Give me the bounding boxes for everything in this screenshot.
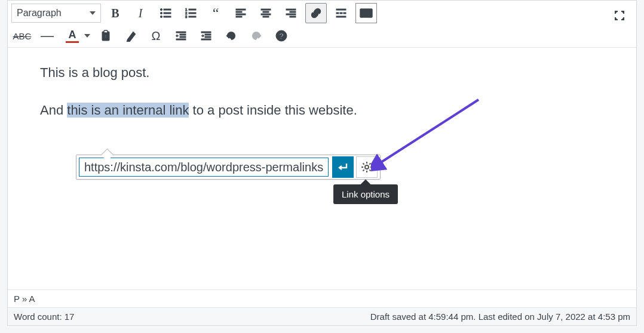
- svg-rect-17: [263, 11, 269, 13]
- element-path[interactable]: P » A: [8, 289, 636, 307]
- svg-rect-20: [286, 9, 296, 10]
- svg-text:?: ?: [279, 32, 284, 41]
- svg-rect-39: [180, 34, 186, 35]
- redo-button[interactable]: [246, 26, 267, 46]
- hr-button[interactable]: —: [36, 26, 58, 46]
- paragraph-1: This is a blog post.: [40, 62, 604, 83]
- svg-rect-28: [336, 16, 346, 17]
- numbered-list-button[interactable]: 123: [180, 3, 201, 23]
- svg-rect-13: [236, 11, 242, 13]
- svg-rect-25: [336, 13, 339, 14]
- text-color-dropdown[interactable]: [83, 34, 91, 38]
- svg-line-56: [369, 164, 370, 165]
- svg-rect-3: [164, 13, 171, 14]
- svg-rect-42: [201, 32, 211, 33]
- svg-rect-16: [261, 9, 271, 10]
- svg-rect-29: [360, 9, 372, 17]
- editor-toolbar: Paragraph B I 123 “: [8, 1, 636, 48]
- svg-rect-21: [290, 11, 296, 13]
- svg-rect-36: [104, 30, 108, 33]
- keyboard-button[interactable]: [355, 3, 377, 23]
- svg-line-54: [369, 169, 370, 171]
- svg-rect-11: [189, 16, 196, 17]
- selected-link-text[interactable]: this is an internal link: [67, 103, 189, 118]
- read-more-button[interactable]: [330, 3, 352, 23]
- link-options-tooltip: Link options: [333, 184, 398, 204]
- svg-rect-7: [189, 9, 196, 10]
- svg-rect-40: [180, 36, 186, 38]
- italic-button[interactable]: I: [130, 3, 151, 23]
- outdent-button[interactable]: [170, 26, 192, 46]
- svg-text:T: T: [104, 33, 108, 39]
- svg-rect-1: [164, 9, 171, 10]
- svg-rect-45: [201, 39, 211, 40]
- svg-text:3: 3: [185, 15, 188, 18]
- svg-rect-5: [164, 16, 171, 17]
- svg-rect-12: [236, 9, 246, 10]
- link-settings-button[interactable]: [356, 156, 378, 178]
- align-center-button[interactable]: [255, 3, 277, 23]
- apply-link-button[interactable]: [332, 156, 354, 178]
- blockquote-button[interactable]: “: [205, 3, 226, 23]
- svg-rect-22: [286, 14, 296, 15]
- svg-rect-30: [362, 11, 363, 12]
- paragraph-2: And this is an internal link to a post i…: [40, 100, 604, 121]
- link-popover: [76, 155, 381, 180]
- svg-point-0: [160, 8, 162, 10]
- fullscreen-button[interactable]: [609, 5, 630, 26]
- word-count: Word count: 17: [14, 312, 74, 322]
- svg-rect-27: [344, 13, 346, 14]
- svg-rect-44: [205, 36, 211, 38]
- indent-button[interactable]: [195, 26, 217, 46]
- svg-line-55: [363, 169, 364, 171]
- status-bar: Word count: 17 Draft saved at 4:59:44 pm…: [8, 307, 636, 325]
- svg-rect-34: [363, 14, 369, 16]
- text-color-icon: A: [69, 29, 76, 40]
- svg-rect-19: [263, 16, 269, 17]
- editor-content[interactable]: This is a blog post. And this is an inte…: [8, 48, 636, 152]
- enter-icon: [336, 161, 349, 174]
- align-right-button[interactable]: [280, 3, 302, 23]
- special-char-button[interactable]: Ω: [145, 26, 167, 46]
- svg-rect-24: [336, 9, 346, 10]
- svg-rect-15: [236, 16, 242, 17]
- text-color-button[interactable]: A: [62, 26, 83, 46]
- format-dropdown[interactable]: Paragraph: [11, 4, 101, 23]
- svg-rect-23: [290, 16, 296, 17]
- svg-rect-18: [261, 14, 271, 15]
- svg-rect-41: [176, 39, 186, 40]
- svg-point-4: [160, 16, 162, 17]
- link-url-input[interactable]: [79, 158, 329, 177]
- help-button[interactable]: ?: [271, 26, 292, 46]
- svg-rect-38: [176, 32, 186, 33]
- align-left-button[interactable]: [230, 3, 252, 23]
- link-button[interactable]: [305, 3, 327, 23]
- svg-point-48: [365, 165, 369, 169]
- svg-rect-9: [189, 13, 196, 14]
- svg-line-53: [363, 164, 364, 165]
- chevron-down-icon: [90, 11, 96, 15]
- svg-rect-26: [340, 13, 342, 14]
- svg-point-2: [160, 12, 162, 14]
- strikethrough-button[interactable]: ABC: [11, 26, 33, 46]
- svg-rect-43: [205, 34, 211, 35]
- clear-format-button[interactable]: [120, 26, 142, 46]
- svg-rect-32: [367, 11, 368, 12]
- svg-rect-14: [236, 14, 246, 15]
- svg-rect-31: [364, 11, 366, 12]
- undo-button[interactable]: [220, 26, 242, 46]
- bold-button[interactable]: B: [105, 3, 126, 23]
- save-status: Draft saved at 4:59:44 pm. Last edited o…: [370, 312, 630, 322]
- svg-rect-33: [369, 11, 370, 12]
- format-dropdown-label: Paragraph: [17, 8, 62, 18]
- paste-button[interactable]: T: [95, 26, 116, 46]
- gear-icon: [361, 161, 373, 173]
- bullet-list-button[interactable]: [155, 3, 176, 23]
